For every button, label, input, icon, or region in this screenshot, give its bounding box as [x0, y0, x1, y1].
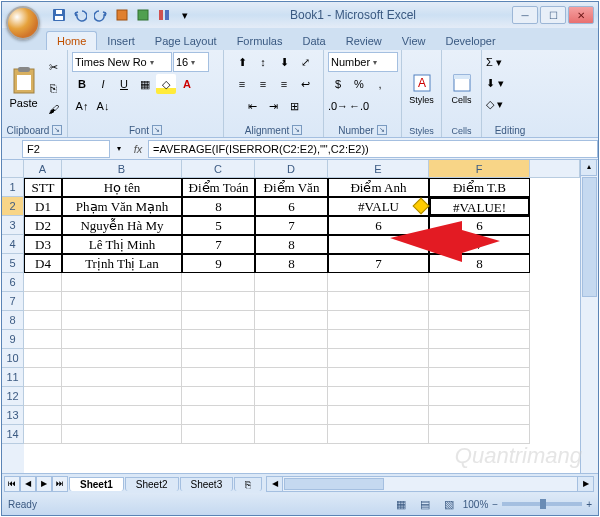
row-header[interactable]: 6	[2, 273, 24, 292]
cell[interactable]: Lê Thị Minh	[62, 235, 182, 254]
zoom-in-button[interactable]: +	[586, 499, 592, 510]
row-header[interactable]: 7	[2, 292, 24, 311]
orientation-button[interactable]: ⤢	[295, 52, 315, 72]
tab-view[interactable]: View	[392, 32, 436, 50]
page-break-view-button[interactable]: ▧	[439, 494, 459, 514]
select-all-corner[interactable]	[2, 160, 24, 178]
cell[interactable]	[182, 387, 255, 406]
cell[interactable]: Trịnh Thị Lan	[62, 254, 182, 273]
redo-icon[interactable]	[92, 6, 110, 24]
cell[interactable]	[182, 425, 255, 444]
format-painter-button[interactable]: 🖌	[43, 99, 63, 119]
paste-button[interactable]: Paste	[6, 57, 41, 119]
cell[interactable]	[24, 387, 62, 406]
align-top-button[interactable]: ⬆	[232, 52, 252, 72]
page-layout-view-button[interactable]: ▤	[415, 494, 435, 514]
save-icon[interactable]	[50, 6, 68, 24]
column-header[interactable]: F	[429, 160, 530, 178]
align-bottom-button[interactable]: ⬇	[274, 52, 294, 72]
bold-button[interactable]: B	[72, 74, 92, 94]
border-button[interactable]: ▦	[135, 74, 155, 94]
cell[interactable]	[24, 425, 62, 444]
zoom-out-button[interactable]: −	[492, 499, 498, 510]
maximize-button[interactable]: ☐	[540, 6, 566, 24]
scroll-thumb[interactable]	[284, 478, 384, 490]
cell[interactable]	[328, 235, 429, 254]
cell[interactable]	[429, 387, 530, 406]
cell[interactable]	[62, 387, 182, 406]
cell[interactable]	[62, 330, 182, 349]
cell[interactable]	[182, 330, 255, 349]
cell[interactable]	[429, 330, 530, 349]
normal-view-button[interactable]: ▦	[391, 494, 411, 514]
cut-button[interactable]: ✂	[43, 57, 63, 77]
cell[interactable]	[182, 311, 255, 330]
cell[interactable]	[24, 292, 62, 311]
decrease-indent-button[interactable]: ⇤	[243, 96, 263, 116]
cell[interactable]	[328, 273, 429, 292]
column-header[interactable]: E	[328, 160, 429, 178]
cell[interactable]	[255, 406, 328, 425]
cell[interactable]	[255, 387, 328, 406]
cell[interactable]: D3	[24, 235, 62, 254]
font-name-combo[interactable]: Times New Ro▾	[72, 52, 172, 72]
cell[interactable]	[182, 273, 255, 292]
increase-indent-button[interactable]: ⇥	[264, 96, 284, 116]
cell[interactable]	[429, 406, 530, 425]
cell[interactable]	[182, 349, 255, 368]
comma-button[interactable]: ,	[370, 74, 390, 94]
tab-developer[interactable]: Developer	[435, 32, 505, 50]
new-sheet-button[interactable]: ⎘	[234, 477, 262, 491]
cell[interactable]	[255, 425, 328, 444]
cells-button[interactable]: Cells	[446, 58, 477, 120]
cell[interactable]: Nguyễn Hà My	[62, 216, 182, 235]
wrap-text-button[interactable]: ↩	[295, 74, 315, 94]
fill-color-button[interactable]: ◇	[156, 74, 176, 94]
cell[interactable]	[328, 349, 429, 368]
row-header[interactable]: 1	[2, 178, 24, 197]
align-center-button[interactable]: ≡	[253, 74, 273, 94]
zoom-slider[interactable]	[502, 502, 582, 506]
percent-button[interactable]: %	[349, 74, 369, 94]
column-header[interactable]: A	[24, 160, 62, 178]
formula-input[interactable]: =AVERAGE(IF(ISERROR(C2:E2),"",C2:E2))	[148, 140, 598, 158]
cell[interactable]	[429, 292, 530, 311]
cell[interactable]: Điểm Văn	[255, 178, 328, 197]
cell[interactable]: Điểm T.B	[429, 178, 530, 197]
row-header[interactable]: 10	[2, 349, 24, 368]
last-sheet-button[interactable]: ⏭	[52, 476, 68, 492]
cell[interactable]: 7	[429, 235, 530, 254]
cell[interactable]	[62, 425, 182, 444]
cell[interactable]	[429, 311, 530, 330]
cell[interactable]: 7	[255, 216, 328, 235]
column-header[interactable]: D	[255, 160, 328, 178]
autosum-button[interactable]: Σ ▾	[486, 52, 534, 72]
cell[interactable]: Phạm Văn Mạnh	[62, 197, 182, 216]
cell[interactable]	[62, 406, 182, 425]
cell[interactable]: Điểm Toán	[182, 178, 255, 197]
column-header[interactable]: B	[62, 160, 182, 178]
grow-font-button[interactable]: A↑	[72, 96, 92, 116]
fx-button[interactable]: fx	[128, 143, 148, 155]
office-button[interactable]	[6, 6, 40, 40]
tab-review[interactable]: Review	[336, 32, 392, 50]
cell[interactable]: Họ tên	[62, 178, 182, 197]
cell[interactable]: 8	[429, 254, 530, 273]
cell[interactable]: 7	[328, 254, 429, 273]
copy-button[interactable]: ⎘	[43, 78, 63, 98]
cell[interactable]	[24, 330, 62, 349]
cell[interactable]	[182, 406, 255, 425]
cell[interactable]	[328, 368, 429, 387]
cell[interactable]	[182, 292, 255, 311]
cell[interactable]: #VALUE!	[429, 197, 530, 216]
row-header[interactable]: 2	[2, 197, 24, 216]
clear-button[interactable]: ◇ ▾	[486, 94, 534, 114]
cell[interactable]	[328, 387, 429, 406]
cell[interactable]	[255, 273, 328, 292]
row-header[interactable]: 9	[2, 330, 24, 349]
cell[interactable]: 6	[328, 216, 429, 235]
tab-formulas[interactable]: Formulas	[227, 32, 293, 50]
cell[interactable]: 5	[182, 216, 255, 235]
cell[interactable]	[62, 368, 182, 387]
launcher-icon[interactable]: ↘	[292, 125, 302, 135]
